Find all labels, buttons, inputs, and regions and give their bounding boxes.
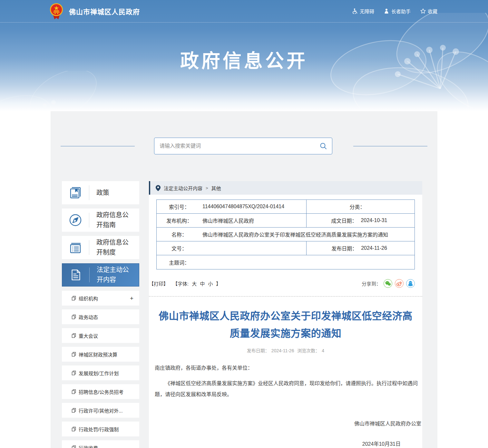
sidebar-subitem-gov-news[interactable]: 政务动态 (62, 309, 139, 324)
sidebar-subitem-organization[interactable]: 组织机构 + (62, 291, 139, 306)
article-meta: 发布日期：2024-11-26 浏览次数：4 (149, 347, 422, 354)
sidebar-subitem-major-meetings[interactable]: 重大会议 (62, 328, 139, 343)
agency-value: 佛山市禅城区人民政府 (202, 214, 306, 227)
views-value: 4 (322, 348, 324, 353)
font-size-suffix: 】 (216, 280, 221, 287)
article-title: 佛山市禅城区人民政府办公室关于印发禅城区低空经济高质量发展实施方案的通知 (155, 307, 416, 343)
sidebar-subitem-label: 政务动态 (79, 314, 98, 320)
category-label: 分类： (349, 200, 365, 213)
paragraph: 南庄镇政府，各街道办事处，各有关单位： (155, 363, 422, 374)
search-input[interactable] (160, 143, 320, 149)
pages-icon (72, 371, 76, 375)
document-icon (62, 268, 89, 282)
top-header-bar: 佛山市禅城区人民政府 无障碍 长者助手 (0, 0, 488, 23)
pages-icon (72, 427, 76, 432)
compass-icon (62, 213, 89, 227)
written-date-value: 2024-10-31 (360, 215, 390, 226)
sidebar-item-info-rules[interactable]: 政府信息公开制度 (62, 236, 139, 259)
pages-icon (72, 333, 76, 338)
search-section (51, 111, 437, 154)
sidebar-subitem-label: 禅城区财政预决算 (79, 351, 117, 358)
pages-icon (72, 389, 76, 394)
document-info-table: 索引号： 1144060474804875XQ/2024-01414 分类： 发… (156, 200, 415, 269)
decorative-line-right (353, 146, 427, 146)
sidebar-subitem-label: 重大会议 (79, 332, 98, 339)
views-label: 浏览次数： (297, 348, 320, 353)
article-date: 2024年10月31日 (155, 439, 422, 448)
publish-date-label: 发布日期： (331, 241, 357, 255)
doc-no-value (202, 245, 306, 251)
font-size-prefix: 【字体: (173, 280, 189, 287)
sidebar-subitem-label: 行政收费 (79, 444, 98, 448)
sidebar-item-label: 政策 (89, 188, 131, 198)
sidebar-subitem-admin-penalty[interactable]: 行政处罚/行政强制 (62, 422, 139, 436)
name-value: 佛山市禅城区人民政府办公室关于印发禅城区低空经济高质量发展实施方案的通知 (202, 228, 415, 241)
article-toolbar: 【打印】 【字体: 大 中 小 】 分享到： (149, 279, 415, 288)
sidebar-subitem-planning[interactable]: 发展规划/工作计划 (62, 365, 139, 380)
sidebar-item-statutory-disclosure[interactable]: 法定主动公开内容 (62, 263, 139, 287)
sidebar-subitem-admin-permit[interactable]: 行政许可/其他对外... (62, 403, 139, 418)
table-row: 主题词： (157, 255, 415, 269)
font-size-large-button[interactable]: 大 (192, 280, 197, 287)
sidebar-item-policy[interactable]: 政策 (62, 181, 139, 204)
table-row: 索引号： 1144060474804875XQ/2024-01414 分类： (157, 200, 415, 214)
index-label: 索引号： (157, 200, 202, 213)
breadcrumb-root[interactable]: 法定主动公开内容 (164, 185, 202, 191)
print-button[interactable]: 【打印】 (149, 280, 168, 287)
pages-icon (72, 445, 76, 448)
written-date-label: 成文日期： (331, 214, 357, 227)
search-icon (320, 142, 327, 150)
category-value (368, 204, 372, 209)
article-panel: 法定主动公开内容 > 其他 索引号： 1144060474804875XQ/20… (149, 181, 422, 448)
main-container: 政策 政府信息公开指南 (51, 111, 437, 448)
site-title: 佛山市禅城区人民政府 (69, 6, 140, 16)
breadcrumb-separator: > (206, 186, 208, 190)
publish-date-value: 2024-11-26 (360, 242, 390, 254)
rules-icon (62, 240, 89, 255)
wechat-share-icon[interactable] (384, 279, 392, 288)
sidebar-subitem-label: 组织机构 (79, 295, 98, 302)
expand-plus-icon[interactable]: + (130, 295, 133, 301)
name-label: 名称： (157, 228, 202, 241)
favorite-label: 收藏 (428, 8, 437, 15)
flower-decoration (0, 71, 110, 111)
elder-assist-link[interactable]: 长者助手 (384, 8, 411, 15)
font-size-medium-button[interactable]: 中 (200, 280, 205, 287)
pages-icon (72, 315, 76, 319)
sidebar-subitem-label: 发展规划/工作计划 (79, 370, 119, 376)
qq-share-icon[interactable] (406, 279, 415, 288)
accessibility-icon (352, 8, 358, 14)
weibo-share-icon[interactable] (395, 279, 404, 288)
publish-date-value: 2024-11-26 (271, 348, 294, 353)
publish-date-label: 发布日期： (247, 348, 269, 353)
location-pin-icon (156, 185, 161, 191)
sidebar-subitem-label: 行政处罚/行政强制 (79, 426, 119, 433)
sidebar-subitem-recruitment[interactable]: 招聘信息/公务员招考 (62, 384, 139, 399)
agency-label: 发布机构： (157, 214, 202, 227)
favorite-link[interactable]: 收藏 (420, 8, 437, 15)
sidebar-item-label: 政府信息公开制度 (89, 238, 131, 258)
sidebar-subitem-budget[interactable]: 禅城区财政预决算 (62, 347, 139, 362)
sidebar-subitem-admin-fees[interactable]: 行政收费 (62, 440, 139, 448)
sidebar-item-info-guide[interactable]: 政府信息公开指南 (62, 209, 139, 232)
keywords-label: 主题词： (157, 256, 202, 269)
table-row: 文号： 发布日期： 2024-11-26 (157, 241, 415, 255)
table-row: 发布机构： 佛山市禅城区人民政府 成文日期： 2024-10-31 (157, 214, 415, 228)
top-links: 无障碍 长者助手 收藏 (352, 8, 437, 15)
share-label: 分享到： (362, 280, 381, 287)
share-bar: 分享到： (362, 279, 415, 288)
paragraph: 《禅城区低空经济高质量发展实施方案》业经区人民政府同意，现印发给你们，请遵照执行… (155, 378, 422, 400)
article-body: 南庄镇政府，各街道办事处，各有关单位： 《禅城区低空经济高质量发展实施方案》业经… (155, 363, 422, 448)
elder-icon (384, 8, 389, 14)
elder-assist-label: 长者助手 (391, 8, 411, 15)
keywords-value (202, 259, 415, 265)
page-title: 政府信息公开 (0, 46, 488, 73)
sidebar-subitem-label: 招聘信息/公务员招考 (79, 388, 123, 395)
pages-icon (72, 352, 76, 357)
pages-icon (72, 296, 76, 301)
doc-no-label: 文号： (157, 241, 202, 255)
decorative-line-left (61, 146, 135, 146)
font-size-small-button[interactable]: 小 (208, 280, 213, 287)
accessibility-link[interactable]: 无障碍 (352, 8, 374, 15)
search-button[interactable] (320, 142, 327, 150)
